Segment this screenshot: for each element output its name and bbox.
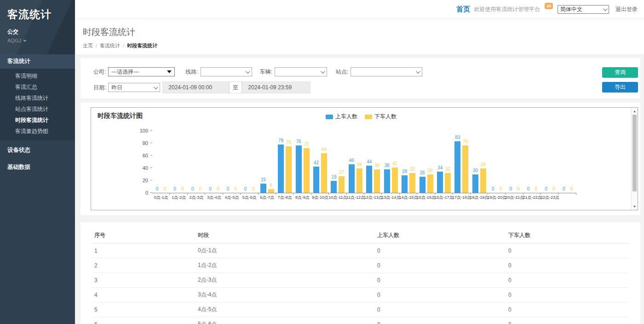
alighting-bar[interactable] [445, 173, 451, 193]
breadcrumb-item[interactable]: 主页 [83, 43, 93, 48]
line-select[interactable] [201, 67, 252, 76]
table-cell: 6 [92, 317, 196, 324]
date-preset-value: 昨日 [111, 84, 122, 92]
boarding-bar[interactable] [349, 164, 355, 193]
alighting-bar[interactable] [356, 168, 362, 193]
boarding-bar[interactable] [384, 169, 390, 193]
sidebar-subitem[interactable]: 客流明细 [0, 70, 75, 81]
bar-value-label: 41 [389, 161, 401, 166]
boarding-bar[interactable] [296, 145, 302, 193]
chevron-down-icon [321, 69, 325, 74]
alighting-bar[interactable] [480, 168, 486, 193]
sidebar-item-base-data[interactable]: 基础数据 [0, 160, 75, 174]
x-axis-label: 20点-21点 [497, 195, 532, 201]
table-cell: 2点-3点 [196, 273, 375, 288]
dropdown-arrow-icon [167, 70, 172, 73]
sidebar-item-passenger-stats[interactable]: 客流统计 [0, 54, 75, 69]
x-axis-tick [381, 193, 382, 195]
x-axis-label: 7点-8点 [267, 195, 303, 201]
alighting-bar[interactable] [409, 173, 415, 193]
breadcrumb-item[interactable]: 客流统计 [100, 43, 120, 48]
bar-group: 001点-2点 [170, 131, 187, 193]
bar-value-label: 42 [310, 160, 322, 165]
x-axis-tick [364, 193, 364, 195]
y-axis-tick-label: 20 [134, 178, 148, 183]
y-axis-tick [150, 130, 152, 131]
language-select[interactable]: 简体中文 [558, 5, 609, 14]
table-cell: 0 [506, 317, 629, 324]
scrollbar-thumb[interactable] [632, 115, 637, 191]
home-link[interactable]: 首页 [456, 5, 470, 14]
scroll-up-icon[interactable]: ▲ [632, 108, 638, 114]
chart-scrollbar[interactable]: ▲ ▼ [631, 108, 638, 210]
x-axis-tick [205, 193, 205, 195]
alighting-bar[interactable] [321, 153, 327, 193]
filter-row-1: 公司: ---请选择--- 线路: 车辆: 站点: [93, 67, 640, 77]
scroll-down-icon[interactable]: ▼ [632, 203, 638, 209]
query-button[interactable]: 查询 [602, 67, 638, 78]
date-range-to-label: 至 [229, 81, 242, 93]
sidebar-item-device-status[interactable]: 设备状态 [0, 143, 75, 157]
bar-group: 837617点-18点 [453, 131, 470, 193]
alighting-bar[interactable] [286, 146, 292, 193]
logout-link[interactable]: 退出登录 [615, 6, 638, 13]
sidebar-subitem[interactable]: 客流汇总 [0, 81, 75, 93]
bar-value-label: 0 [565, 186, 577, 191]
date-preset-select[interactable]: 昨日 [108, 83, 160, 92]
alighting-bar[interactable] [339, 176, 345, 193]
company-select[interactable]: ---请选择--- [108, 67, 175, 76]
alighting-bar[interactable] [374, 169, 380, 193]
table-cell: 4点-5点 [196, 302, 375, 317]
date-start-input[interactable]: 2024-01-09 00:00 [162, 81, 229, 93]
boarding-bar[interactable] [454, 141, 460, 193]
y-axis-tick-label: 80 [134, 140, 148, 146]
bar-group: 78757点-8点 [276, 131, 293, 193]
export-button[interactable]: 导出 [602, 82, 638, 93]
x-axis-tick [417, 193, 417, 195]
sidebar-subitem[interactable]: 线路客流统计 [0, 93, 75, 104]
x-axis-tick [505, 193, 506, 195]
legend-label: 上车人数 [335, 113, 357, 121]
boarding-bar[interactable] [437, 172, 443, 193]
x-axis-tick [470, 193, 471, 195]
breadcrumb: 主页/客流统计/时段客流统计 [83, 42, 644, 49]
sidebar-subitem[interactable]: 时段客流统计 [0, 115, 75, 126]
bar-group: 384113点-14点 [382, 131, 399, 193]
alighting-bar[interactable] [427, 174, 433, 193]
date-end-input[interactable]: 2024-01-09 23:59 [242, 81, 310, 93]
y-axis-tick [150, 192, 152, 193]
notification-badge[interactable]: 34 [545, 3, 553, 9]
boarding-bar[interactable] [472, 174, 478, 193]
alighting-bar[interactable] [268, 189, 274, 193]
alighting-bar[interactable] [392, 168, 398, 193]
y-axis-tick-label: 0 [134, 190, 148, 196]
vehicle-select[interactable] [275, 67, 327, 76]
bar-group: 0020点-21点 [506, 131, 523, 193]
bar-value-label: 6 [265, 183, 277, 188]
station-select[interactable] [351, 67, 422, 76]
legend-item[interactable]: 下车人数 [365, 113, 397, 121]
boarding-bar[interactable] [313, 167, 319, 193]
x-axis-tick [346, 193, 347, 195]
alighting-bar[interactable] [462, 145, 468, 193]
boarding-bar[interactable] [420, 177, 426, 193]
table-cell: 3 [92, 273, 196, 288]
x-axis-tick [276, 193, 276, 195]
boarding-bar[interactable] [331, 181, 337, 193]
bar-group: 0021点-22点 [523, 131, 541, 193]
boarding-bar[interactable] [366, 166, 372, 193]
sidebar-subitem[interactable]: 站点客流统计 [0, 104, 75, 115]
bar-group: 003点-4点 [205, 131, 223, 193]
alighting-bar[interactable] [304, 148, 310, 193]
table-cell: 3点-4点 [196, 288, 375, 302]
sidebar-subitem[interactable]: 客流量趋势图 [0, 126, 75, 137]
bar-group: 443812点-13点 [364, 131, 382, 193]
x-axis-tick [328, 193, 329, 195]
legend-item[interactable]: 上车人数 [326, 113, 357, 121]
boarding-bar[interactable] [278, 145, 284, 193]
boarding-bar[interactable] [402, 175, 408, 193]
org-code-dropdown[interactable]: AQGJ [7, 38, 75, 43]
x-axis-tick [223, 193, 223, 195]
x-axis-label: 14点-15点 [391, 195, 426, 201]
line-label: 线路: [185, 68, 198, 76]
